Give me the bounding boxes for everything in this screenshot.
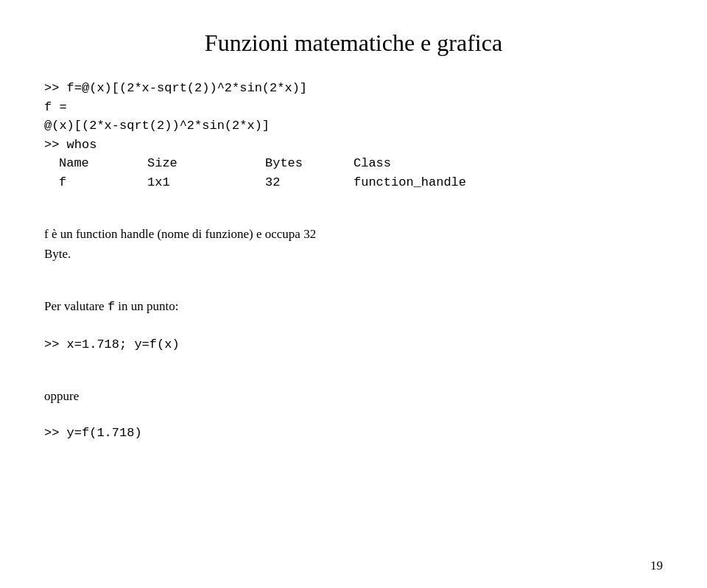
col-header-size: Size [147, 154, 265, 173]
prose-text-1: f è un function handle (nome di funzione… [44, 224, 663, 264]
spacer-1 [44, 192, 663, 209]
code-line-4: >> whos [44, 136, 663, 155]
spacer-2 [44, 264, 663, 281]
col-data-bytes: 32 [265, 173, 354, 192]
prose-3-text: oppure [44, 389, 79, 403]
col-header-class: Class [354, 154, 486, 173]
page-title: Funzioni matematiche e grafica [44, 29, 663, 57]
col-header-bytes: Bytes [265, 154, 354, 173]
code-line-3: @(x)[(2*x-sqrt(2))^2*sin(2*x)] [44, 116, 663, 136]
col-data-size: 1x1 [147, 173, 265, 192]
whos-table: Name Size Bytes Class f 1x1 32 function_… [59, 154, 663, 192]
prose-2-mono-f: f [108, 300, 115, 314]
spacer-4 [44, 354, 663, 371]
code-line-5: >> x=1.718; y=f(x) [44, 335, 663, 354]
code-block-2: >> x=1.718; y=f(x) [44, 335, 663, 354]
prose-2-label: Per valutare [44, 299, 105, 313]
page-number: 19 [650, 559, 663, 573]
code-line-1: >> f=@(x)[(2*x-sqrt(2))^2*sin(2*x)] [44, 79, 663, 98]
page-container: Funzioni matematiche e grafica >> f=@(x)… [0, 0, 707, 588]
prose-2-label2: in un punto: [118, 299, 178, 313]
spacer-5 [44, 406, 663, 424]
code-line-6: >> y=f(1.718) [44, 424, 663, 443]
prose-text-2: Per valutare f in un punto: [44, 296, 663, 317]
spacer-3 [44, 318, 663, 335]
whos-data-row: f 1x1 32 function_handle [59, 173, 663, 192]
col-header-name: Name [59, 154, 147, 173]
prose-1-line1: f è un function handle (nome di funzione… [44, 227, 316, 241]
prose-1-line2: Byte. [44, 247, 71, 261]
prose-text-3: oppure [44, 386, 663, 406]
code-line-2: f = [44, 98, 663, 117]
col-data-class: function_handle [354, 173, 486, 192]
content-block: >> f=@(x)[(2*x-sqrt(2))^2*sin(2*x)] f = … [44, 79, 663, 192]
col-data-name: f [59, 173, 147, 192]
whos-header-row: Name Size Bytes Class [59, 154, 663, 173]
code-block-3: >> y=f(1.718) [44, 424, 663, 443]
